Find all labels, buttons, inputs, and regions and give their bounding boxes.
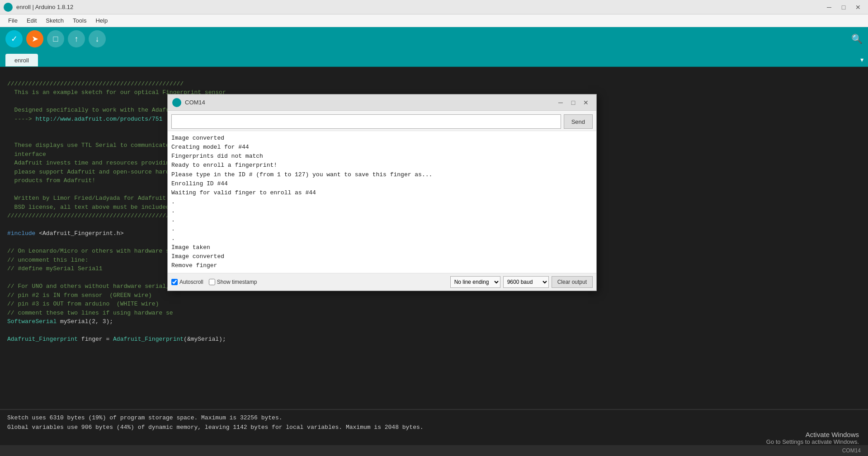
show-timestamp-checkbox[interactable]	[209, 279, 215, 285]
menu-sketch[interactable]: Sketch	[41, 16, 68, 25]
open-button[interactable]: ↑	[68, 30, 85, 47]
status-line-2: Global variables use 906 bytes (44%) of …	[7, 423, 861, 432]
output-line: .	[171, 216, 593, 225]
output-line: .	[171, 207, 593, 216]
close-button[interactable]: ✕	[852, 1, 864, 14]
menu-tools[interactable]: Tools	[68, 16, 91, 25]
activate-windows: Activate Windows Go to Settings to activ…	[766, 431, 859, 445]
window-controls: ─ □ ✕	[823, 1, 864, 14]
autoscroll-text: Autoscroll	[179, 279, 203, 285]
menu-edit[interactable]: Edit	[22, 16, 41, 25]
dialog-window-controls: ─ □ ✕	[555, 97, 592, 108]
toolbar: ✓ ➤ □ ↑ ↓ 🔍	[0, 27, 868, 51]
output-line: .	[171, 225, 593, 234]
tab-enroll[interactable]: enroll	[5, 54, 38, 66]
baud-rate-select[interactable]: 300 baud1200 baud2400 baud4800 baud9600 …	[503, 276, 549, 288]
output-line: Waiting for valid finger to enroll as #4…	[171, 188, 593, 197]
output-line: Enrolling ID #44	[171, 179, 593, 188]
dialog-app-icon	[172, 98, 181, 107]
dialog-title-bar[interactable]: COM14 ─ □ ✕	[168, 94, 596, 111]
line-ending-select[interactable]: No line endingNewlineCarriage returnBoth…	[450, 276, 500, 288]
activate-windows-subtitle: Go to Settings to activate Windows.	[766, 438, 859, 445]
app-icon	[4, 3, 13, 12]
verify-button[interactable]: ✓	[5, 30, 23, 47]
new-button[interactable]: □	[47, 30, 64, 47]
dialog-close-button[interactable]: ✕	[580, 97, 592, 108]
status-line-1: Sketch uses 6310 bytes (19%) of program …	[7, 414, 861, 423]
status-bar: Sketch uses 6310 bytes (19%) of program …	[0, 409, 868, 445]
tab-bar: enroll ▾	[0, 51, 868, 67]
output-line: Remove finger	[171, 261, 593, 270]
app-title: enroll | Arduino 1.8.12	[16, 4, 823, 10]
upload-button[interactable]: ➤	[26, 30, 43, 47]
dialog-maximize-button[interactable]: □	[567, 97, 579, 108]
output-line: Ready to enroll a fingerprint!	[171, 161, 593, 170]
menu-help[interactable]: Help	[91, 16, 112, 25]
minimize-button[interactable]: ─	[823, 1, 835, 14]
output-line: Fingerprints did not match	[171, 152, 593, 161]
dialog-minimize-button[interactable]: ─	[555, 97, 566, 108]
bottom-right: COM14	[842, 447, 861, 454]
dialog-title: COM14	[185, 99, 555, 106]
menu-bar: File Edit Sketch Tools Help	[0, 14, 868, 27]
maximize-button[interactable]: □	[837, 1, 850, 14]
activate-windows-title: Activate Windows	[766, 431, 859, 438]
menu-file[interactable]: File	[4, 16, 22, 25]
save-button[interactable]: ↓	[89, 30, 106, 47]
show-timestamp-text: Show timestamp	[217, 279, 257, 285]
autoscroll-checkbox[interactable]	[171, 279, 178, 285]
title-bar: enroll | Arduino 1.8.12 ─ □ ✕	[0, 0, 868, 14]
output-line: Image taken	[171, 243, 593, 252]
serial-output[interactable]: Image convertedCreating model for #44Fin…	[168, 131, 596, 273]
bottom-bar: COM14	[0, 445, 868, 456]
dialog-controls: Autoscroll Show timestamp No line ending…	[168, 273, 596, 291]
serial-monitor-dialog: COM14 ─ □ ✕ Send Image convertedCreating…	[167, 94, 597, 291]
output-line: .	[171, 197, 593, 207]
send-button[interactable]: Send	[564, 114, 593, 129]
output-line: Image converted	[171, 252, 593, 261]
show-timestamp-label[interactable]: Show timestamp	[209, 279, 257, 285]
dialog-controls-right: No line endingNewlineCarriage returnBoth…	[450, 276, 593, 288]
output-line: .	[171, 234, 593, 243]
tab-dropdown-icon[interactable]: ▾	[856, 53, 868, 66]
search-icon[interactable]: 🔍	[851, 33, 863, 45]
output-line: Image converted	[171, 134, 593, 143]
serial-input[interactable]	[171, 114, 561, 129]
autoscroll-label[interactable]: Autoscroll	[171, 279, 203, 285]
dialog-input-row: Send	[168, 111, 596, 131]
output-line: Creating model for #44	[171, 143, 593, 152]
output-line: Please type in the ID # (from 1 to 127) …	[171, 170, 593, 179]
clear-output-button[interactable]: Clear output	[552, 276, 593, 288]
